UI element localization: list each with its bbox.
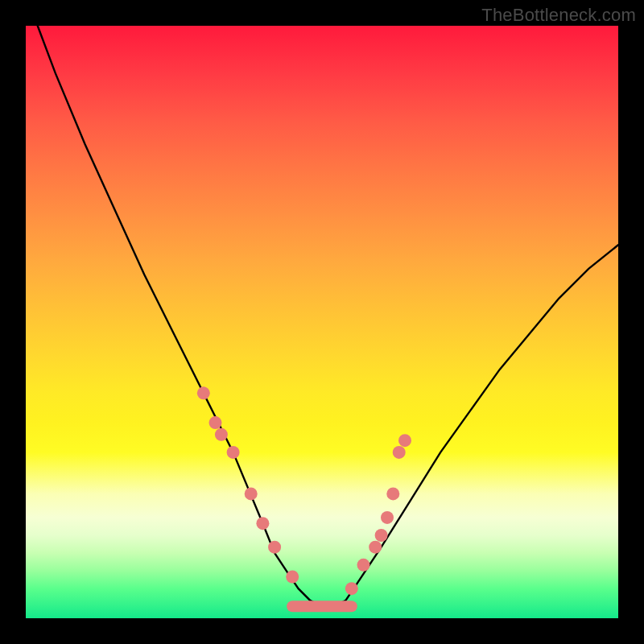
marker-dot [227, 446, 240, 459]
marker-dot [215, 428, 228, 441]
marker-dot [386, 487, 399, 500]
marker-dot [256, 517, 269, 530]
marker-dot [209, 416, 222, 429]
curve-svg [26, 26, 618, 618]
chart-frame: TheBottleneck.com [0, 0, 644, 644]
marker-dot [398, 434, 411, 447]
marker-dot [393, 446, 406, 459]
marker-dot [375, 529, 388, 542]
marker-group [197, 386, 411, 595]
marker-dot [357, 559, 370, 572]
marker-dot [369, 541, 382, 554]
marker-dot [197, 386, 210, 399]
plot-area [26, 26, 618, 618]
bottleneck-curve [38, 26, 618, 606]
marker-dot [268, 541, 281, 554]
marker-dot [345, 582, 358, 595]
marker-dot [286, 571, 299, 584]
marker-dot [245, 487, 258, 500]
marker-dot [381, 511, 394, 524]
watermark-text: TheBottleneck.com [481, 5, 636, 26]
